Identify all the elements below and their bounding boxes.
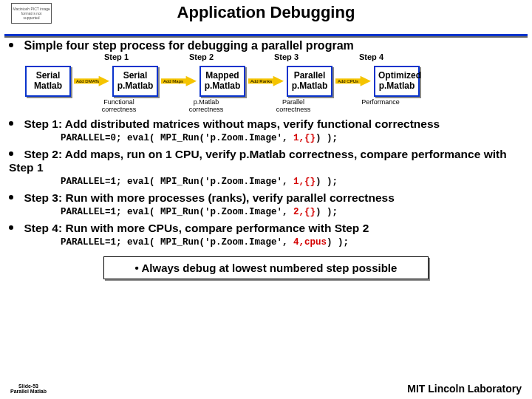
step-label-3: Step 3: [244, 52, 329, 61]
step3-code: PARALLEL=1; eval( MPI_Run('p.Zoom.Image'…: [61, 207, 523, 217]
flow-box-mapped-pmatlab: Mappedp.Matlab: [200, 66, 245, 97]
arrow-add-dmats: Add DMATs: [74, 76, 109, 86]
step3-text: Step 3: Run with more processes (ranks),…: [24, 191, 394, 204]
bullet-icon: [9, 225, 13, 230]
step-labels: Step 1 Step 2 Step 3 Step 4: [74, 52, 523, 61]
org-label: MIT Lincoln Laboratory: [407, 383, 522, 395]
bullet-icon: [9, 121, 13, 126]
step-label-1: Step 1: [74, 52, 159, 61]
step4-text: Step 4: Run with more CPUs, compare perf…: [24, 222, 369, 234]
step2-code: PARALLEL=1; eval( MPI_Run('p.Zoom.Image'…: [61, 177, 523, 187]
step1-code: PARALLEL=0; eval( MPI_Run('p.Zoom.Image'…: [61, 133, 523, 143]
step-label-4: Step 4: [329, 52, 414, 61]
corr-functional: Functionalcorrectness: [75, 98, 163, 113]
step1-text: Step 1: Add distributed matrices without…: [24, 117, 440, 130]
debug-advice-box: • Always debug at lowest numbered step p…: [103, 256, 429, 279]
flow-box-parallel-pmatlab: Parallelp.Matlab: [287, 66, 332, 97]
slide-number: Slide-53 Parallel Matlab: [10, 383, 47, 395]
correctness-labels: Functionalcorrectness p.Matlabcorrectnes…: [75, 98, 523, 113]
bullet-icon: [9, 195, 13, 200]
bullet-icon: [9, 43, 13, 47]
flow-box-optimized-pmatlab: Optimizedp.Matlab: [374, 66, 420, 97]
corr-performance: Performance: [337, 98, 424, 113]
arrow-add-maps: Add Maps: [161, 76, 197, 86]
flow-diagram: SerialMatlab Add DMATs Serialp.Matlab Ad…: [25, 66, 523, 97]
corr-parallel: Parallelcorrectness: [250, 98, 337, 113]
step4-code: PARALLEL=1; eval( MPI_Run('p.Zoom.Image'…: [61, 237, 523, 248]
corr-pmatlab: p.Matlabcorrectness: [163, 98, 250, 113]
bullet-icon: [9, 151, 13, 156]
arrow-add-cpus: Add CPUs: [335, 76, 371, 86]
flow-box-serial-pmatlab: Serialp.Matlab: [112, 66, 158, 97]
step2-text: Step 2: Add maps, run on 1 CPU, verify p…: [9, 148, 507, 174]
broken-image-placeholder: Macintosh PICT image format is not suppo…: [11, 3, 52, 24]
arrow-add-ranks: Add Ranks: [248, 76, 284, 86]
flow-box-serial-matlab: SerialMatlab: [25, 66, 71, 97]
lead-text: Simple four step process for debugging a…: [24, 39, 353, 52]
step-label-2: Step 2: [159, 52, 244, 61]
slide-title: Application Debugging: [0, 0, 532, 22]
